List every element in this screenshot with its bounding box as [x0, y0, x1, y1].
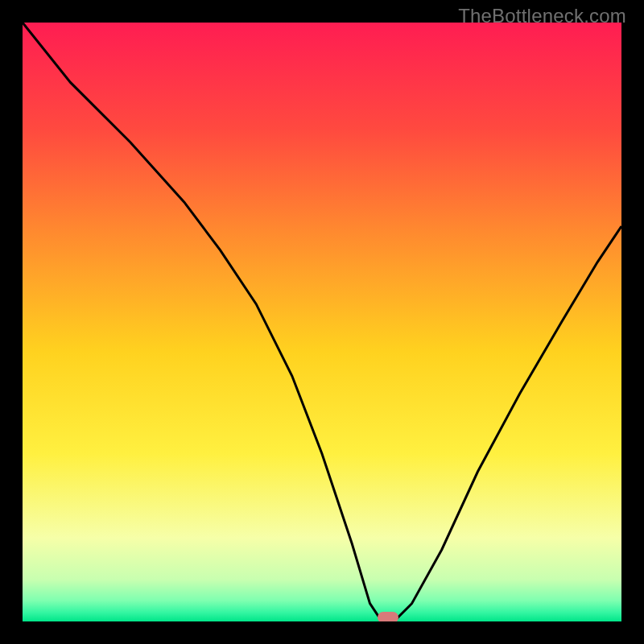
bottleneck-chart: TheBottleneck.com: [0, 0, 644, 644]
plot-area: [23, 23, 621, 621]
bottleneck-curve: [23, 23, 621, 621]
optimal-marker: [378, 612, 398, 621]
curve-layer: [23, 23, 621, 621]
